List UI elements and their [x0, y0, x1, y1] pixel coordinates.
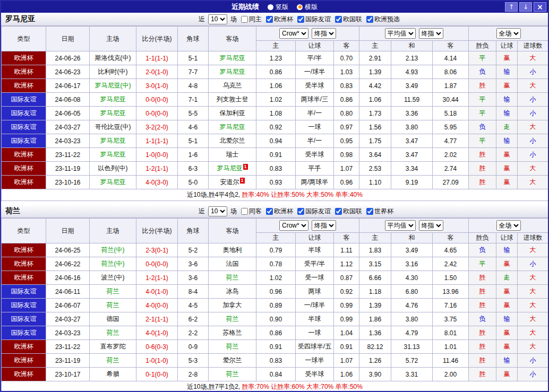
book-home-odds: 0.92: [256, 120, 296, 134]
avg-draw-odds: 3.47: [391, 148, 433, 162]
avg-away-odds: 5.95: [433, 120, 469, 134]
goals-result-cell: 小: [518, 368, 548, 381]
competition-checkbox[interactable]: [297, 16, 304, 23]
same-venue-filter[interactable]: 同主: [241, 15, 262, 24]
radio-icon[interactable]: [268, 4, 273, 10]
odds-stage-select[interactable]: 终指: [312, 28, 336, 39]
handicap-result-cell: 输: [496, 243, 518, 257]
avg-away-odds: 8.06: [433, 65, 469, 79]
competition-filter[interactable]: 国际友谊: [297, 15, 331, 24]
average-select[interactable]: 平均值: [385, 220, 416, 231]
avg-home-odds: 1.56: [359, 120, 391, 134]
column-subheader: 让球: [496, 233, 518, 243]
layout-radio-vertical[interactable]: 竖版: [268, 3, 288, 12]
odds-stage-select[interactable]: 终指: [312, 220, 336, 231]
result-cell: 平: [469, 257, 496, 271]
handicap-cell: 受四球半/五: [296, 340, 334, 354]
close-button[interactable]: ×: [534, 2, 546, 12]
column-header: 日期: [46, 27, 90, 51]
competition-checkbox[interactable]: [366, 16, 373, 23]
date-cell: 23-10-17: [46, 368, 90, 381]
avg-home-odds: 1.10: [359, 176, 391, 189]
handicap-cell: 平/半: [296, 51, 334, 65]
competition-filter[interactable]: 欧国联: [335, 15, 362, 24]
avg-home-odds: 6.66: [359, 271, 391, 285]
handicap-result-cell: 赢: [496, 285, 518, 299]
score-cell: 1-0(1-0): [136, 354, 178, 368]
avg-draw-odds: 3.47: [391, 134, 433, 148]
home-team-cell: 希腊: [90, 368, 136, 381]
avg-draw-odds: 5.72: [391, 354, 433, 368]
score-cell: 4-0(1-0): [136, 326, 178, 340]
competition-cell: 国际友谊: [2, 107, 46, 120]
layout-radio-horizontal[interactable]: 横版: [297, 3, 318, 12]
competition-checkbox[interactable]: [266, 16, 273, 23]
average-stage-select[interactable]: 终指: [419, 220, 443, 231]
avg-draw-odds: 6.80: [391, 285, 433, 299]
summary-stats: 胜率:70% 让胜率:60% 大率:70% 单率:50%: [242, 383, 363, 390]
competition-cell: 欧洲杯: [2, 148, 46, 162]
handicap-result-cell: 赢: [496, 257, 518, 271]
away-team-cell: 罗马尼亚: [209, 120, 256, 134]
scope-select[interactable]: 全场: [496, 220, 521, 231]
average-select[interactable]: 平均值: [385, 28, 416, 39]
match-row: 国际友谊24-06-07荷兰4-0(0-0)4-5加拿大0.89一/球半0.99…: [2, 299, 548, 312]
handicap-cell: 半球: [296, 312, 334, 326]
competition-filter[interactable]: 世界杯: [366, 207, 393, 216]
same-venue-checkbox[interactable]: [241, 208, 248, 215]
column-subheader: 客: [433, 233, 469, 243]
competition-filter[interactable]: 国际友谊: [297, 207, 331, 216]
same-venue-filter[interactable]: 同客: [241, 207, 262, 216]
away-team-cell: 加拿大: [209, 299, 256, 312]
competition-checkbox[interactable]: [366, 208, 373, 215]
competition-checkbox[interactable]: [335, 208, 342, 215]
score-cell: 2-3(0-1): [136, 243, 178, 257]
competition-filter[interactable]: 欧洲预选: [366, 15, 400, 24]
radio-icon[interactable]: [297, 4, 303, 10]
odds-source-select[interactable]: Crow*: [279, 220, 308, 231]
handicap-result-cell: 赢: [496, 162, 518, 176]
competition-cell: 欧洲杯: [2, 176, 46, 189]
competition-checkbox[interactable]: [266, 208, 273, 215]
corners-cell: 5-1: [178, 134, 209, 148]
same-venue-checkbox[interactable]: [241, 16, 248, 23]
book-away-odds: 0.80: [334, 107, 359, 120]
book-home-odds: 1.23: [256, 51, 296, 65]
games-label: 场: [230, 15, 237, 24]
handicap-result-cell: 输: [496, 354, 518, 368]
competition-cell: 国际友谊: [2, 120, 46, 134]
match-row: 欧洲杯23-11-22直布罗陀0-6(0-3)0-9荷兰0.91受四球半/五0.…: [2, 340, 548, 354]
match-row: 国际友谊24-06-11荷兰4-0(1-0)8-4冰岛0.96两球0.921.1…: [2, 285, 548, 299]
book-home-odds: 0.83: [256, 354, 296, 368]
column-header: 客场: [209, 27, 256, 51]
away-team-cell: 荷兰: [209, 368, 256, 381]
book-away-odds: 0.99: [334, 312, 359, 326]
average-stage-select[interactable]: 终指: [419, 28, 443, 39]
match-count-select[interactable]: 10: [208, 206, 227, 216]
competition-checkbox[interactable]: [335, 16, 342, 23]
goals-result-cell: 大: [518, 176, 548, 189]
corners-cell: 4-8: [178, 79, 209, 93]
avg-away-odds: 2.02: [433, 148, 469, 162]
games-label: 场: [230, 207, 237, 216]
book-away-odds: 1.11: [334, 243, 359, 257]
result-cell: 平: [469, 107, 496, 120]
competition-filter[interactable]: 欧洲杯: [266, 207, 293, 216]
avg-home-odds: 1.83: [359, 243, 391, 257]
match-count-select[interactable]: 10: [208, 14, 227, 24]
handicap-result-cell: 赢: [496, 51, 518, 65]
handicap-result-cell: 赢: [496, 368, 518, 381]
away-team-cell: 保加利亚: [209, 107, 256, 120]
handicap-result-cell: 赢: [496, 148, 518, 162]
competition-filter[interactable]: 欧洲杯: [266, 15, 293, 24]
book-away-odds: 0.70: [334, 51, 359, 65]
move-down-button[interactable]: ↓: [519, 2, 532, 12]
competition-filter[interactable]: 欧国联: [335, 207, 362, 216]
competition-checkbox[interactable]: [297, 208, 304, 215]
book-home-odds: 1.08: [256, 107, 296, 120]
move-up-button[interactable]: ↑: [505, 2, 518, 12]
scope-select[interactable]: 全场: [496, 28, 521, 39]
odds-source-select[interactable]: Crow*: [279, 28, 308, 39]
avg-away-odds: 3.75: [433, 312, 469, 326]
book-away-odds: 0.96: [334, 176, 359, 189]
